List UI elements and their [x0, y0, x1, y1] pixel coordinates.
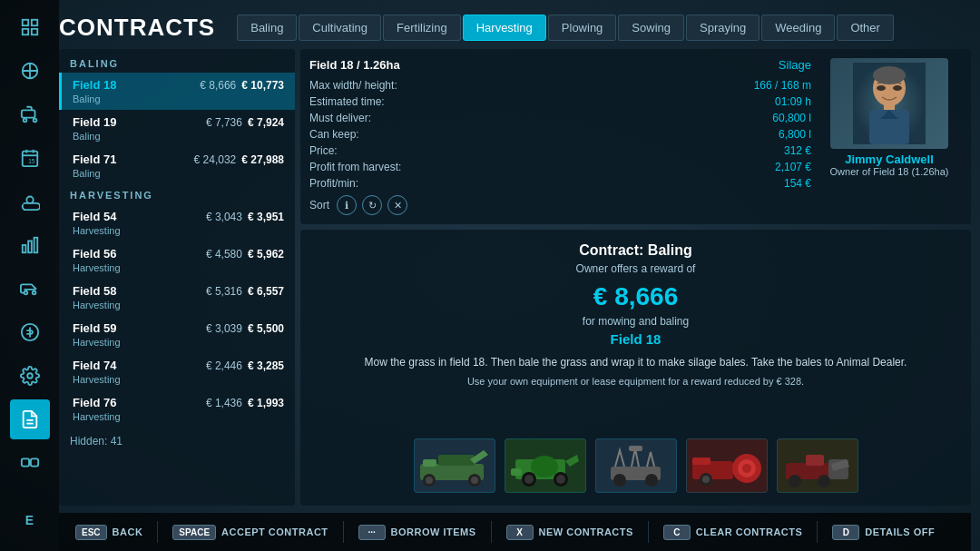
field-name-big: Field 18	[318, 331, 953, 347]
contract-list[interactable]: BALINGField 18€ 8,666€ 10,773BalingField…	[59, 49, 295, 506]
tab-cultivating[interactable]: Cultivating	[299, 15, 381, 41]
tab-harvesting[interactable]: Harvesting	[463, 15, 546, 41]
must-deliver-label: Must deliver:	[309, 112, 371, 124]
main-content: CONTRACTS BalingCultivatingFertilizingHa…	[59, 14, 971, 506]
equipment-row	[318, 438, 953, 493]
contract-type: Harvesting	[73, 374, 284, 385]
estimated-time-label: Estimated time:	[309, 95, 385, 108]
price-low: € 3,039	[206, 322, 242, 335]
svg-point-28	[873, 66, 906, 84]
sidebar-item-money[interactable]	[10, 312, 50, 352]
equipment-item-0[interactable]	[414, 438, 495, 493]
svg-rect-2	[22, 29, 27, 34]
estimated-time-value: 01:09 h	[775, 95, 811, 108]
tab-sowing[interactable]: Sowing	[618, 15, 684, 41]
owner-portrait	[830, 58, 948, 149]
svg-rect-3	[31, 29, 36, 34]
sidebar-item-tractor[interactable]	[10, 269, 50, 309]
toolbar-btn-accept-contract[interactable]: SPACEACCEPT CONTRACT	[165, 521, 335, 544]
section-header-baling: BALING	[59, 53, 295, 73]
list-item[interactable]: Field 76€ 1,436€ 1,993Harvesting	[59, 390, 295, 428]
toolbar-btn-borrow-items[interactable]: ···BORROW ITEMS	[351, 521, 484, 544]
toolbar-btn-new-contracts[interactable]: XNEW CONTRACTS	[499, 521, 641, 544]
price-high: € 3,951	[248, 211, 284, 223]
svg-rect-23	[21, 458, 28, 466]
price-low: € 8,666	[200, 79, 236, 92]
svg-point-57	[702, 476, 710, 483]
price-high: € 1,993	[248, 397, 284, 409]
price-high: € 6,557	[248, 285, 284, 298]
contract-field-name: Field 54	[73, 210, 116, 223]
svg-point-18	[32, 291, 35, 295]
toolbar-label: NEW CONTRACTS	[539, 526, 633, 537]
svg-rect-24	[30, 458, 37, 466]
tab-baling[interactable]: Baling	[237, 15, 297, 41]
toolbar-btn-back[interactable]: ESCBACK	[68, 521, 150, 544]
toolbar-label: ACCEPT CONTRACT	[221, 526, 328, 537]
key-badge: C	[663, 525, 691, 540]
tab-spraying[interactable]: Spraying	[686, 15, 760, 41]
svg-rect-47	[511, 468, 522, 476]
profit-min-value: 154 €	[784, 177, 811, 190]
sort-label: Sort	[309, 199, 329, 212]
width-height-row: Max width/ height: 166 / 168 m	[309, 79, 811, 92]
sidebar-item-gear[interactable]	[10, 356, 50, 396]
svg-point-50	[645, 474, 658, 487]
svg-point-55	[742, 464, 751, 473]
sort-refresh-icon[interactable]: ↻	[362, 195, 382, 215]
page-title: CONTRACTS	[59, 14, 215, 42]
sidebar-item-field[interactable]	[10, 51, 50, 91]
tab-weeding[interactable]: Weeding	[761, 15, 835, 41]
sort-info-icon[interactable]: ℹ	[337, 195, 357, 215]
svg-point-33	[893, 85, 902, 91]
list-item[interactable]: Field 19€ 7,736€ 7,924Baling	[59, 110, 295, 147]
price-high: € 5,500	[248, 322, 284, 335]
sort-close-icon[interactable]: ✕	[387, 195, 407, 215]
details-info: Field 18 / 1.26ha Silage Max width/ heig…	[309, 58, 811, 215]
sidebar-item-link[interactable]	[10, 443, 50, 483]
svg-point-43	[524, 475, 534, 484]
list-item[interactable]: Field 74€ 2,446€ 3,285Harvesting	[59, 353, 295, 390]
lease-info: Use your own equipment or lease equipmen…	[318, 376, 953, 387]
toolbar-btn-details-off[interactable]: DDETAILS OFF	[825, 521, 942, 544]
tab-bar: BalingCultivatingFertilizingHarvestingPl…	[237, 15, 971, 41]
price-high: € 27,988	[241, 153, 284, 166]
sidebar-item-calendar[interactable]: 15	[10, 138, 50, 178]
sidebar-item-weather[interactable]	[10, 182, 50, 221]
sidebar-item-stats[interactable]	[10, 225, 50, 265]
svg-point-13	[26, 197, 33, 203]
contract-field-name: Field 18	[73, 78, 116, 92]
toolbar-label: DETAILS OFF	[865, 526, 935, 537]
toolbar-btn-clear-contracts[interactable]: CCLEAR CONTRACTS	[656, 521, 810, 544]
profit-harvest-label: Profit from harvest:	[309, 161, 401, 173]
contract-field-name: Field 56	[73, 247, 116, 261]
price-low: € 7,736	[206, 116, 242, 129]
list-item[interactable]: Field 59€ 3,039€ 5,500Harvesting	[59, 316, 295, 353]
tab-plowing[interactable]: Plowing	[548, 15, 617, 41]
key-badge: SPACE	[172, 525, 216, 540]
list-item[interactable]: Field 71€ 24,032€ 27,988Baling	[59, 147, 295, 184]
list-item[interactable]: Field 56€ 4,580€ 5,962Harvesting	[59, 241, 295, 279]
sidebar-item-contracts[interactable]	[10, 399, 50, 439]
section-header-harvesting: HARVESTING	[59, 184, 295, 204]
list-item[interactable]: Field 58€ 5,316€ 6,557Harvesting	[59, 279, 295, 316]
can-keep-value: 6,800 l	[779, 128, 811, 141]
contract-type: Harvesting	[73, 337, 284, 348]
sidebar-item-vehicle[interactable]	[10, 94, 50, 134]
equipment-item-1[interactable]	[505, 438, 586, 493]
sidebar-item-map[interactable]	[10, 7, 50, 47]
must-deliver-row: Must deliver: 60,800 l	[309, 112, 811, 124]
list-item[interactable]: Field 18€ 8,666€ 10,773Baling	[59, 73, 295, 110]
equipment-item-3[interactable]	[686, 438, 768, 493]
sidebar-item-exit[interactable]: E	[10, 504, 50, 544]
svg-rect-51	[629, 446, 642, 451]
svg-text:15: 15	[28, 158, 35, 164]
tab-fertilizing[interactable]: Fertilizing	[383, 15, 461, 41]
equipment-item-4[interactable]	[777, 438, 858, 493]
tab-other[interactable]: Other	[837, 15, 894, 41]
equipment-item-2[interactable]	[595, 438, 677, 493]
svg-point-7	[33, 119, 36, 123]
contract-type: Harvesting	[73, 262, 284, 273]
list-item[interactable]: Field 54€ 3,043€ 3,951Harvesting	[59, 204, 295, 241]
svg-rect-16	[34, 238, 37, 253]
